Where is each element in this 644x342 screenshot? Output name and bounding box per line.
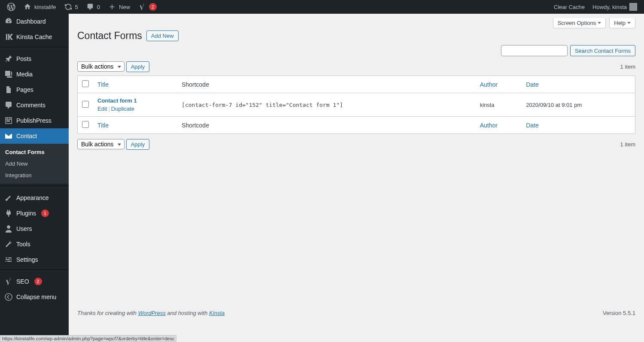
col-date-foot[interactable]: Date xyxy=(526,122,539,129)
svg-point-0 xyxy=(5,294,12,300)
kinsta-link[interactable]: Kinsta xyxy=(209,310,225,316)
seo-badge: 2 xyxy=(34,278,42,285)
clear-cache-link[interactable]: Clear Cache xyxy=(550,0,588,14)
updates-count: 5 xyxy=(75,4,78,10)
table-row: Contact form 1 Edit|Duplicate [contact-f… xyxy=(78,93,635,117)
col-shortcode: Shortcode xyxy=(182,81,209,88)
comments-count: 0 xyxy=(97,4,100,10)
dashboard-icon xyxy=(4,17,13,26)
add-new-button[interactable]: Add New xyxy=(146,30,179,41)
menu-tools[interactable]: Tools xyxy=(0,236,69,252)
items-count-top: 1 item xyxy=(620,64,635,70)
main-content: Screen Options Help Contact Forms Add Ne… xyxy=(69,14,644,342)
sliders-icon xyxy=(4,255,13,264)
submenu-add-new[interactable]: Add New xyxy=(0,158,69,169)
edit-link[interactable]: Edit xyxy=(97,106,107,112)
wp-logo[interactable] xyxy=(3,0,19,14)
col-date[interactable]: Date xyxy=(526,81,539,88)
apply-button-bottom[interactable]: Apply xyxy=(126,139,150,150)
menu-kinsta-cache[interactable]: Kinsta Cache xyxy=(0,29,69,45)
plus-icon xyxy=(108,3,116,11)
menu-comments[interactable]: Comments xyxy=(0,97,69,113)
screen-options-tab[interactable]: Screen Options xyxy=(553,18,606,28)
user-icon xyxy=(4,224,13,233)
yoast-link[interactable]: 2 xyxy=(134,0,160,14)
collapse-menu[interactable]: Collapse menu xyxy=(0,289,69,305)
avatar xyxy=(629,3,637,11)
menu-plugins[interactable]: Plugins 1 xyxy=(0,206,69,221)
menu-pages[interactable]: Pages xyxy=(0,82,69,97)
site-name-link[interactable]: kinstalife xyxy=(20,0,60,14)
apply-button-top[interactable]: Apply xyxy=(126,61,150,72)
menu-publishpress[interactable]: PublishPress xyxy=(0,113,69,128)
comments-link[interactable]: 0 xyxy=(82,0,103,14)
date-text: 2020/09/10 at 9:01 pm xyxy=(526,102,582,108)
home-icon xyxy=(23,3,32,11)
new-label: New xyxy=(119,4,130,10)
chevron-down-icon xyxy=(598,22,601,24)
mail-icon xyxy=(4,132,13,140)
duplicate-link[interactable]: Duplicate xyxy=(111,106,134,112)
col-author-foot[interactable]: Author xyxy=(480,122,498,129)
bulk-actions-select-bottom[interactable]: Bulk actions xyxy=(77,139,125,149)
forms-table: Title Shortcode Author Date Contact form… xyxy=(77,76,635,134)
chevron-down-icon xyxy=(627,22,631,24)
brush-icon xyxy=(4,194,13,202)
admin-sidebar: Dashboard Kinsta Cache Posts Media Pages… xyxy=(0,14,69,342)
comment-icon xyxy=(86,3,94,11)
search-input[interactable] xyxy=(501,45,568,56)
pin-icon xyxy=(4,54,13,63)
submenu-contact: Contact Forms Add New Integration xyxy=(0,144,69,184)
form-title-link[interactable]: Contact form 1 xyxy=(97,97,137,104)
col-title[interactable]: Title xyxy=(97,81,109,88)
menu-contact[interactable]: Contact xyxy=(0,128,69,144)
footer-thanks: Thanks for creating with WordPress and h… xyxy=(77,310,225,316)
kinsta-icon xyxy=(4,33,13,41)
col-shortcode-foot: Shortcode xyxy=(182,122,209,129)
yoast-badge: 2 xyxy=(149,3,157,11)
account-link[interactable]: Howdy, kinsta xyxy=(589,0,641,14)
bulk-actions-select-top[interactable]: Bulk actions xyxy=(77,61,125,72)
yoast-menu-icon xyxy=(4,277,13,286)
wordpress-link[interactable]: WordPress xyxy=(138,310,166,316)
status-bar-url: https://kinstalife.com/wp-admin/admin.ph… xyxy=(0,335,176,342)
updates-link[interactable]: 5 xyxy=(61,0,82,14)
row-checkbox[interactable] xyxy=(82,101,89,108)
select-all-bottom[interactable] xyxy=(82,121,89,128)
plug-icon xyxy=(4,209,13,218)
wrench-icon xyxy=(4,240,13,248)
menu-users[interactable]: Users xyxy=(0,221,69,236)
menu-posts[interactable]: Posts xyxy=(0,51,69,67)
update-icon xyxy=(64,3,73,11)
howdy-text: Howdy, kinsta xyxy=(592,4,627,10)
submenu-contact-forms[interactable]: Contact Forms xyxy=(0,146,69,158)
yoast-icon xyxy=(138,3,146,11)
menu-media[interactable]: Media xyxy=(0,67,69,82)
items-count-bottom: 1 item xyxy=(620,141,635,148)
new-content-link[interactable]: New xyxy=(104,0,134,14)
col-title-foot[interactable]: Title xyxy=(97,122,109,129)
submenu-integration[interactable]: Integration xyxy=(0,169,69,181)
menu-seo[interactable]: SEO 2 xyxy=(0,274,69,289)
version-text: Version 5.5.1 xyxy=(603,310,635,316)
shortcode-text: [contact-form-7 id="152" title="Contact … xyxy=(182,102,343,108)
admin-toolbar: kinstalife 5 0 New 2 Clear Ca xyxy=(0,0,644,14)
author-text: kinsta xyxy=(480,102,495,108)
wordpress-icon xyxy=(7,3,15,11)
calendar-icon xyxy=(4,116,13,125)
search-button[interactable]: Search Contact Forms xyxy=(570,45,635,56)
comments-icon xyxy=(4,101,13,109)
page-title: Contact Forms xyxy=(77,30,142,42)
help-tab[interactable]: Help xyxy=(609,18,635,28)
menu-appearance[interactable]: Appearance xyxy=(0,190,69,206)
media-icon xyxy=(4,70,13,79)
col-author[interactable]: Author xyxy=(480,81,498,88)
site-name: kinstalife xyxy=(34,4,56,10)
menu-settings[interactable]: Settings xyxy=(0,252,69,267)
plugins-badge: 1 xyxy=(41,209,49,217)
select-all-top[interactable] xyxy=(82,80,89,87)
page-icon xyxy=(4,85,13,94)
collapse-icon xyxy=(4,293,13,301)
menu-dashboard[interactable]: Dashboard xyxy=(0,14,69,29)
